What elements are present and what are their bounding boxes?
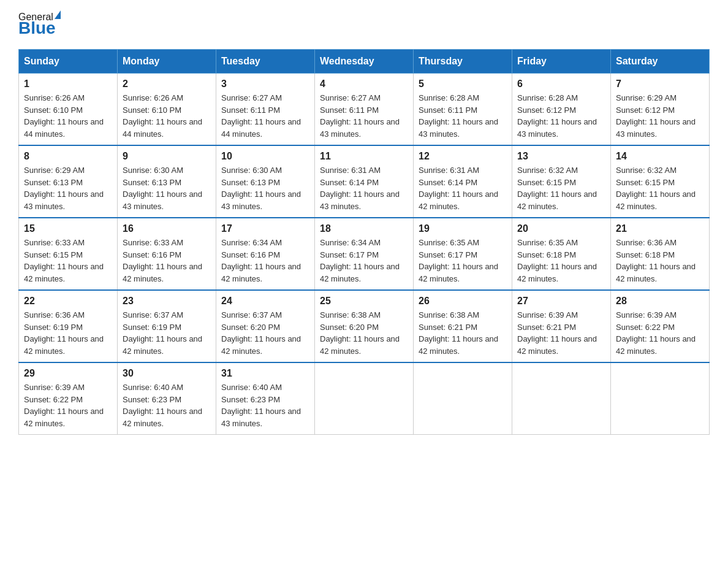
col-header-sunday: Sunday — [19, 50, 118, 74]
calendar-day-cell: 19 Sunrise: 6:35 AMSunset: 6:17 PMDaylig… — [414, 218, 512, 290]
day-info: Sunrise: 6:38 AMSunset: 6:20 PMDaylight:… — [320, 309, 408, 357]
day-info: Sunrise: 6:40 AMSunset: 6:23 PMDaylight:… — [123, 381, 211, 429]
day-info: Sunrise: 6:36 AMSunset: 6:19 PMDaylight:… — [24, 309, 112, 357]
calendar-week-row: 8 Sunrise: 6:29 AMSunset: 6:13 PMDayligh… — [19, 145, 710, 218]
empty-cell — [315, 362, 414, 435]
calendar-week-row: 1 Sunrise: 6:26 AMSunset: 6:10 PMDayligh… — [19, 74, 710, 146]
day-info: Sunrise: 6:30 AMSunset: 6:13 PMDaylight:… — [123, 164, 211, 212]
day-info: Sunrise: 6:33 AMSunset: 6:16 PMDaylight:… — [123, 237, 211, 285]
calendar-header-row: SundayMondayTuesdayWednesdayThursdayFrid… — [19, 50, 710, 74]
col-header-tuesday: Tuesday — [216, 50, 315, 74]
day-number: 31 — [221, 368, 309, 379]
day-number: 6 — [517, 79, 605, 90]
calendar-day-cell: 28 Sunrise: 6:39 AMSunset: 6:22 PMDaylig… — [611, 290, 710, 362]
day-number: 22 — [24, 296, 112, 307]
day-info: Sunrise: 6:34 AMSunset: 6:17 PMDaylight:… — [320, 237, 408, 285]
day-number: 26 — [419, 296, 507, 307]
calendar-day-cell: 21 Sunrise: 6:36 AMSunset: 6:18 PMDaylig… — [611, 218, 710, 290]
day-number: 4 — [320, 79, 408, 90]
day-number: 15 — [24, 223, 112, 234]
calendar-day-cell: 17 Sunrise: 6:34 AMSunset: 6:16 PMDaylig… — [216, 218, 315, 290]
col-header-saturday: Saturday — [611, 50, 710, 74]
day-info: Sunrise: 6:40 AMSunset: 6:23 PMDaylight:… — [221, 381, 309, 429]
day-info: Sunrise: 6:39 AMSunset: 6:22 PMDaylight:… — [24, 381, 112, 429]
logo-blue-text: Blue — [18, 20, 61, 37]
day-number: 27 — [517, 296, 605, 307]
empty-cell — [512, 362, 611, 435]
day-number: 16 — [123, 223, 211, 234]
calendar-week-row: 29 Sunrise: 6:39 AMSunset: 6:22 PMDaylig… — [19, 362, 710, 435]
calendar-day-cell: 31 Sunrise: 6:40 AMSunset: 6:23 PMDaylig… — [216, 362, 315, 435]
day-info: Sunrise: 6:37 AMSunset: 6:20 PMDaylight:… — [221, 309, 309, 357]
day-info: Sunrise: 6:31 AMSunset: 6:14 PMDaylight:… — [320, 164, 408, 212]
day-number: 11 — [320, 151, 408, 162]
day-info: Sunrise: 6:26 AMSunset: 6:10 PMDaylight:… — [123, 92, 211, 140]
day-number: 20 — [517, 223, 605, 234]
calendar-day-cell: 13 Sunrise: 6:32 AMSunset: 6:15 PMDaylig… — [512, 145, 611, 218]
day-number: 18 — [320, 223, 408, 234]
calendar-day-cell: 26 Sunrise: 6:38 AMSunset: 6:21 PMDaylig… — [414, 290, 512, 362]
col-header-monday: Monday — [118, 50, 216, 74]
calendar-table: SundayMondayTuesdayWednesdayThursdayFrid… — [18, 49, 710, 435]
day-info: Sunrise: 6:28 AMSunset: 6:11 PMDaylight:… — [419, 92, 507, 140]
day-info: Sunrise: 6:32 AMSunset: 6:15 PMDaylight:… — [517, 164, 605, 212]
calendar-day-cell: 8 Sunrise: 6:29 AMSunset: 6:13 PMDayligh… — [19, 145, 118, 218]
day-number: 12 — [419, 151, 507, 162]
day-info: Sunrise: 6:34 AMSunset: 6:16 PMDaylight:… — [221, 237, 309, 285]
day-number: 30 — [123, 368, 211, 379]
calendar-day-cell: 6 Sunrise: 6:28 AMSunset: 6:12 PMDayligh… — [512, 74, 611, 146]
day-number: 7 — [616, 79, 704, 90]
day-info: Sunrise: 6:36 AMSunset: 6:18 PMDaylight:… — [616, 237, 704, 285]
day-number: 10 — [221, 151, 309, 162]
day-info: Sunrise: 6:31 AMSunset: 6:14 PMDaylight:… — [419, 164, 507, 212]
day-info: Sunrise: 6:35 AMSunset: 6:18 PMDaylight:… — [517, 237, 605, 285]
day-number: 14 — [616, 151, 704, 162]
day-number: 2 — [123, 79, 211, 90]
empty-cell — [611, 362, 710, 435]
calendar-day-cell: 12 Sunrise: 6:31 AMSunset: 6:14 PMDaylig… — [414, 145, 512, 218]
day-number: 3 — [221, 79, 309, 90]
logo: General Blue — [18, 12, 61, 37]
calendar-day-cell: 22 Sunrise: 6:36 AMSunset: 6:19 PMDaylig… — [19, 290, 118, 362]
day-info: Sunrise: 6:32 AMSunset: 6:15 PMDaylight:… — [616, 164, 704, 212]
calendar-day-cell: 1 Sunrise: 6:26 AMSunset: 6:10 PMDayligh… — [19, 74, 118, 146]
calendar-day-cell: 7 Sunrise: 6:29 AMSunset: 6:12 PMDayligh… — [611, 74, 710, 146]
col-header-thursday: Thursday — [414, 50, 512, 74]
day-number: 24 — [221, 296, 309, 307]
day-number: 9 — [123, 151, 211, 162]
day-number: 13 — [517, 151, 605, 162]
calendar-day-cell: 11 Sunrise: 6:31 AMSunset: 6:14 PMDaylig… — [315, 145, 414, 218]
day-info: Sunrise: 6:30 AMSunset: 6:13 PMDaylight:… — [221, 164, 309, 212]
day-info: Sunrise: 6:26 AMSunset: 6:10 PMDaylight:… — [24, 92, 112, 140]
day-info: Sunrise: 6:37 AMSunset: 6:19 PMDaylight:… — [123, 309, 211, 357]
day-number: 29 — [24, 368, 112, 379]
logo-triangle-icon — [55, 10, 61, 19]
calendar-day-cell: 25 Sunrise: 6:38 AMSunset: 6:20 PMDaylig… — [315, 290, 414, 362]
day-number: 25 — [320, 296, 408, 307]
calendar-day-cell: 10 Sunrise: 6:30 AMSunset: 6:13 PMDaylig… — [216, 145, 315, 218]
day-info: Sunrise: 6:27 AMSunset: 6:11 PMDaylight:… — [221, 92, 309, 140]
day-number: 19 — [419, 223, 507, 234]
calendar-day-cell: 18 Sunrise: 6:34 AMSunset: 6:17 PMDaylig… — [315, 218, 414, 290]
day-number: 1 — [24, 79, 112, 90]
day-info: Sunrise: 6:29 AMSunset: 6:13 PMDaylight:… — [24, 164, 112, 212]
day-info: Sunrise: 6:35 AMSunset: 6:17 PMDaylight:… — [419, 237, 507, 285]
day-number: 8 — [24, 151, 112, 162]
calendar-day-cell: 9 Sunrise: 6:30 AMSunset: 6:13 PMDayligh… — [118, 145, 216, 218]
day-info: Sunrise: 6:38 AMSunset: 6:21 PMDaylight:… — [419, 309, 507, 357]
day-info: Sunrise: 6:39 AMSunset: 6:21 PMDaylight:… — [517, 309, 605, 357]
calendar-day-cell: 4 Sunrise: 6:27 AMSunset: 6:11 PMDayligh… — [315, 74, 414, 146]
calendar-day-cell: 14 Sunrise: 6:32 AMSunset: 6:15 PMDaylig… — [611, 145, 710, 218]
calendar-week-row: 15 Sunrise: 6:33 AMSunset: 6:15 PMDaylig… — [19, 218, 710, 290]
calendar-day-cell: 16 Sunrise: 6:33 AMSunset: 6:16 PMDaylig… — [118, 218, 216, 290]
calendar-week-row: 22 Sunrise: 6:36 AMSunset: 6:19 PMDaylig… — [19, 290, 710, 362]
day-info: Sunrise: 6:29 AMSunset: 6:12 PMDaylight:… — [616, 92, 704, 140]
calendar-day-cell: 24 Sunrise: 6:37 AMSunset: 6:20 PMDaylig… — [216, 290, 315, 362]
day-info: Sunrise: 6:27 AMSunset: 6:11 PMDaylight:… — [320, 92, 408, 140]
calendar-day-cell: 15 Sunrise: 6:33 AMSunset: 6:15 PMDaylig… — [19, 218, 118, 290]
day-number: 28 — [616, 296, 704, 307]
calendar-day-cell: 27 Sunrise: 6:39 AMSunset: 6:21 PMDaylig… — [512, 290, 611, 362]
calendar-day-cell: 5 Sunrise: 6:28 AMSunset: 6:11 PMDayligh… — [414, 74, 512, 146]
day-info: Sunrise: 6:33 AMSunset: 6:15 PMDaylight:… — [24, 237, 112, 285]
day-info: Sunrise: 6:39 AMSunset: 6:22 PMDaylight:… — [616, 309, 704, 357]
